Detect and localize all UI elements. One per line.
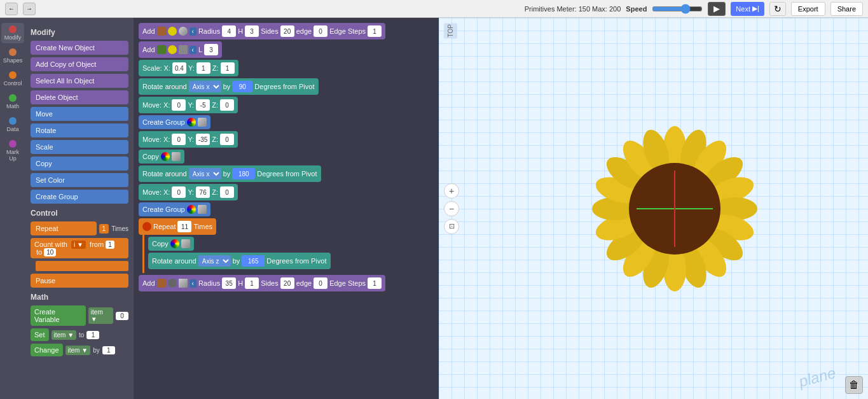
repeat-times-input[interactable]: [177, 221, 191, 232]
block-repeat[interactable]: Repeat Times Copy Rotate aro: [139, 218, 434, 273]
move3-x[interactable]: [172, 186, 186, 198]
zoom-fit-button[interactable]: ⊡: [444, 219, 459, 234]
scale-x-input[interactable]: [172, 62, 186, 74]
group-icon: [198, 118, 207, 127]
move-btn[interactable]: Move: [31, 107, 128, 121]
block-copy2[interactable]: Copy: [148, 237, 434, 251]
rotate-axis-select[interactable]: Axis xAxis yAxis z: [189, 81, 221, 92]
shape-circle-icon: [168, 27, 177, 36]
rotate-degrees-input[interactable]: [232, 81, 252, 92]
viewport: TOP + − ⊡: [439, 18, 868, 399]
rotate3-axis-select[interactable]: Axis zAxis xAxis y: [198, 255, 231, 267]
zoom-controls: + − ⊡: [444, 183, 459, 234]
category-shapes[interactable]: Shapes: [1, 46, 24, 66]
shape-sphere-icon: [179, 27, 188, 36]
category-data[interactable]: Data: [1, 115, 24, 135]
move2-z[interactable]: [220, 134, 234, 145]
zoom-in-button[interactable]: +: [444, 183, 459, 199]
edge-steps2-input[interactable]: [368, 277, 382, 289]
trash-button[interactable]: 🗑: [845, 376, 863, 394]
next-button[interactable]: Next ▶|: [731, 2, 764, 16]
cone-square-icon: [157, 45, 166, 54]
h2-input[interactable]: [245, 277, 259, 289]
copy-shape-icon1: [172, 152, 181, 161]
chevron-left-btn2[interactable]: ‹: [189, 46, 196, 54]
radius2-input[interactable]: [222, 277, 236, 289]
move1-z[interactable]: [220, 99, 234, 111]
math-section-title: Math: [31, 293, 128, 302]
scale-btn[interactable]: Scale: [31, 140, 128, 154]
pause-btn[interactable]: Pause: [31, 274, 128, 288]
block-add-sphere[interactable]: Add ‹ Radius H Sides edge Edge Steps: [139, 23, 434, 39]
chevron-left-btn3[interactable]: ‹: [189, 279, 196, 288]
radius-input[interactable]: [222, 25, 236, 37]
block-copy1[interactable]: Copy: [139, 150, 434, 164]
delete-object-btn[interactable]: Delete Object: [31, 90, 128, 104]
block-create-group1[interactable]: Create Group: [139, 115, 434, 129]
edge-steps-input[interactable]: [368, 25, 382, 37]
zoom-out-button[interactable]: −: [444, 201, 459, 216]
sides2-input[interactable]: [280, 277, 294, 289]
export-button[interactable]: Export: [791, 2, 825, 16]
block-move3[interactable]: Move: X: Y: Z:: [139, 184, 434, 200]
chevron-left-btn[interactable]: ‹: [189, 27, 196, 36]
block-move2[interactable]: Move: X: Y: Z:: [139, 131, 434, 148]
blocks-panel: Modify Create New Object Add Copy of Obj…: [25, 18, 134, 399]
refresh-button[interactable]: ↻: [769, 2, 786, 16]
add-copy-of-object-btn[interactable]: Add Copy of Object: [31, 57, 128, 71]
main-area: Modify Shapes Control Math Data Mark Up …: [0, 18, 868, 399]
repeat-btn[interactable]: Repeat: [31, 221, 97, 235]
set-color-btn[interactable]: Set Color: [31, 173, 128, 187]
block-create-group2[interactable]: Create Group: [139, 202, 434, 216]
shape-square-icon: [157, 27, 166, 36]
move2-x[interactable]: [172, 134, 186, 145]
create-group-btn[interactable]: Create Group: [31, 190, 128, 204]
sides-input[interactable]: [280, 25, 294, 37]
block-rotate[interactable]: Rotate around Axis xAxis yAxis z by Degr…: [139, 78, 434, 95]
category-math[interactable]: Math: [1, 92, 24, 112]
rotate3-degrees-input[interactable]: [242, 255, 265, 267]
play-button[interactable]: ▶: [708, 2, 726, 16]
create-new-object-btn[interactable]: Create New Object: [31, 41, 128, 55]
edge-input[interactable]: [313, 25, 327, 37]
count-with-block[interactable]: Count with i ▼ from 1 to 10: [31, 238, 128, 258]
shape-dark-sphere-icon: [168, 279, 177, 288]
color-wheel-icon2: [187, 205, 196, 214]
rotate2-degrees-input[interactable]: [232, 168, 255, 179]
speed-slider[interactable]: [652, 4, 703, 14]
group-icon2: [198, 205, 207, 214]
scale-z-input[interactable]: [221, 62, 235, 74]
rotate2-axis-select[interactable]: Axis xAxis yAxis z: [189, 168, 221, 179]
share-button[interactable]: Share: [830, 2, 863, 16]
h-input[interactable]: [245, 25, 259, 37]
modify-section-title: Modify: [31, 28, 128, 37]
block-rotate3[interactable]: Rotate around Axis zAxis xAxis y by Degr…: [148, 253, 434, 269]
block-add-cone[interactable]: Add ‹ L: [139, 41, 434, 58]
move1-x[interactable]: [172, 99, 186, 111]
category-sidebar: Modify Shapes Control Math Data Mark Up: [0, 18, 25, 399]
l-input[interactable]: [204, 44, 218, 55]
cone-circle-icon: [168, 45, 177, 54]
edge2-input[interactable]: [313, 277, 327, 289]
forward-button[interactable]: →: [23, 3, 36, 15]
category-control[interactable]: Control: [1, 69, 24, 89]
block-add-sphere2[interactable]: Add ‹ Radius H Sides edge Edge Steps: [139, 275, 434, 291]
block-scale[interactable]: Scale: X: Y: Z:: [139, 60, 434, 76]
copy-btn[interactable]: Copy: [31, 157, 128, 171]
block-move1[interactable]: Move: X: Y: Z:: [139, 97, 434, 113]
move1-y[interactable]: [196, 99, 210, 111]
top-view-label: TOP: [444, 23, 457, 38]
select-all-in-object-btn[interactable]: Select All In Object: [31, 74, 128, 88]
block-rotate2[interactable]: Rotate around Axis xAxis yAxis z by Degr…: [139, 165, 434, 182]
category-markup[interactable]: Mark Up: [1, 137, 24, 164]
scale-y-input[interactable]: [196, 62, 210, 74]
sunflower-svg: [573, 107, 776, 311]
shape-sq2-icon: [157, 279, 166, 288]
move2-y[interactable]: [196, 134, 210, 145]
rotate-btn[interactable]: Rotate: [31, 123, 128, 137]
copy-shape-icon2: [181, 239, 190, 248]
back-button[interactable]: ←: [5, 3, 18, 15]
move3-z[interactable]: [220, 186, 234, 198]
category-modify[interactable]: Modify: [1, 23, 24, 43]
move3-y[interactable]: [196, 186, 210, 198]
